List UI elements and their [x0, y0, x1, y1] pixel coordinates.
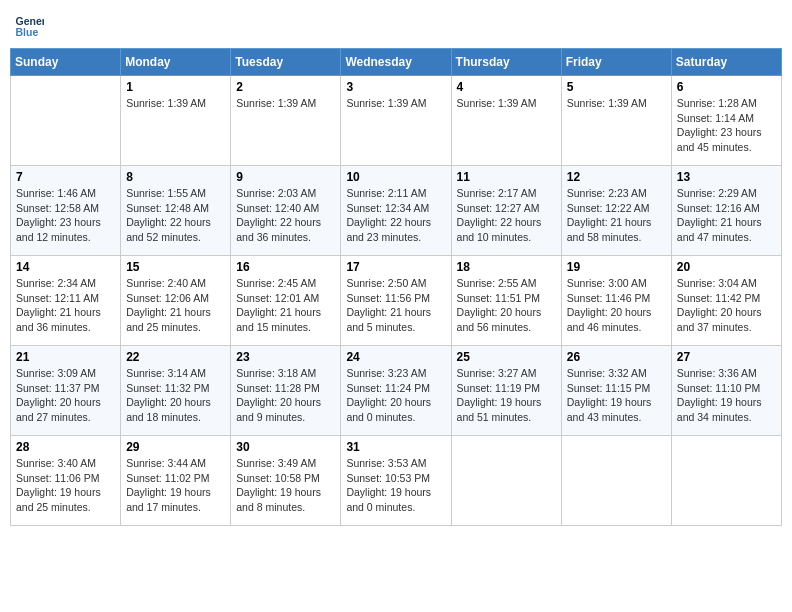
day-info: Sunrise: 2:29 AM Sunset: 12:16 AM Daylig… [677, 186, 776, 245]
day-info: Sunrise: 3:23 AM Sunset: 11:24 PM Daylig… [346, 366, 445, 425]
day-info: Sunrise: 1:39 AM [457, 96, 556, 111]
calendar-cell: 13Sunrise: 2:29 AM Sunset: 12:16 AM Dayl… [671, 166, 781, 256]
day-number: 31 [346, 440, 445, 454]
calendar-cell: 21Sunrise: 3:09 AM Sunset: 11:37 PM Dayl… [11, 346, 121, 436]
day-info: Sunrise: 3:04 AM Sunset: 11:42 PM Daylig… [677, 276, 776, 335]
calendar-cell: 15Sunrise: 2:40 AM Sunset: 12:06 AM Dayl… [121, 256, 231, 346]
day-number: 25 [457, 350, 556, 364]
day-number: 17 [346, 260, 445, 274]
weekday-header-friday: Friday [561, 49, 671, 76]
day-info: Sunrise: 2:40 AM Sunset: 12:06 AM Daylig… [126, 276, 225, 335]
svg-text:Blue: Blue [16, 26, 39, 38]
day-info: Sunrise: 2:34 AM Sunset: 12:11 AM Daylig… [16, 276, 115, 335]
calendar-cell: 27Sunrise: 3:36 AM Sunset: 11:10 PM Dayl… [671, 346, 781, 436]
week-row-5: 28Sunrise: 3:40 AM Sunset: 11:06 PM Dayl… [11, 436, 782, 526]
day-info: Sunrise: 2:17 AM Sunset: 12:27 AM Daylig… [457, 186, 556, 245]
calendar-cell: 1Sunrise: 1:39 AM [121, 76, 231, 166]
day-number: 6 [677, 80, 776, 94]
day-info: Sunrise: 2:55 AM Sunset: 11:51 PM Daylig… [457, 276, 556, 335]
day-number: 15 [126, 260, 225, 274]
calendar-cell [11, 76, 121, 166]
day-info: Sunrise: 2:11 AM Sunset: 12:34 AM Daylig… [346, 186, 445, 245]
day-info: Sunrise: 2:45 AM Sunset: 12:01 AM Daylig… [236, 276, 335, 335]
calendar-cell: 8Sunrise: 1:55 AM Sunset: 12:48 AM Dayli… [121, 166, 231, 256]
calendar-cell: 10Sunrise: 2:11 AM Sunset: 12:34 AM Dayl… [341, 166, 451, 256]
day-number: 11 [457, 170, 556, 184]
calendar-cell: 23Sunrise: 3:18 AM Sunset: 11:28 PM Dayl… [231, 346, 341, 436]
day-number: 10 [346, 170, 445, 184]
day-number: 5 [567, 80, 666, 94]
day-number: 22 [126, 350, 225, 364]
day-number: 21 [16, 350, 115, 364]
calendar-cell: 7Sunrise: 1:46 AM Sunset: 12:58 AM Dayli… [11, 166, 121, 256]
calendar-cell: 14Sunrise: 2:34 AM Sunset: 12:11 AM Dayl… [11, 256, 121, 346]
day-number: 12 [567, 170, 666, 184]
calendar-cell: 6Sunrise: 1:28 AM Sunset: 1:14 AM Daylig… [671, 76, 781, 166]
calendar-cell: 11Sunrise: 2:17 AM Sunset: 12:27 AM Dayl… [451, 166, 561, 256]
week-row-1: 1Sunrise: 1:39 AM2Sunrise: 1:39 AM3Sunri… [11, 76, 782, 166]
logo: General Blue [14, 10, 48, 40]
day-info: Sunrise: 1:39 AM [346, 96, 445, 111]
calendar-cell [561, 436, 671, 526]
day-number: 26 [567, 350, 666, 364]
weekday-header-wednesday: Wednesday [341, 49, 451, 76]
day-info: Sunrise: 3:36 AM Sunset: 11:10 PM Daylig… [677, 366, 776, 425]
day-info: Sunrise: 3:32 AM Sunset: 11:15 PM Daylig… [567, 366, 666, 425]
page-header: General Blue [10, 10, 782, 40]
day-number: 23 [236, 350, 335, 364]
day-info: Sunrise: 3:49 AM Sunset: 10:58 PM Daylig… [236, 456, 335, 515]
day-info: Sunrise: 1:55 AM Sunset: 12:48 AM Daylig… [126, 186, 225, 245]
day-info: Sunrise: 3:27 AM Sunset: 11:19 PM Daylig… [457, 366, 556, 425]
day-info: Sunrise: 3:14 AM Sunset: 11:32 PM Daylig… [126, 366, 225, 425]
day-number: 1 [126, 80, 225, 94]
calendar-cell: 5Sunrise: 1:39 AM [561, 76, 671, 166]
day-number: 14 [16, 260, 115, 274]
day-number: 30 [236, 440, 335, 454]
calendar-cell: 20Sunrise: 3:04 AM Sunset: 11:42 PM Dayl… [671, 256, 781, 346]
logo-icon: General Blue [14, 10, 44, 40]
day-info: Sunrise: 3:00 AM Sunset: 11:46 PM Daylig… [567, 276, 666, 335]
day-info: Sunrise: 3:53 AM Sunset: 10:53 PM Daylig… [346, 456, 445, 515]
week-row-4: 21Sunrise: 3:09 AM Sunset: 11:37 PM Dayl… [11, 346, 782, 436]
calendar-cell: 16Sunrise: 2:45 AM Sunset: 12:01 AM Dayl… [231, 256, 341, 346]
calendar-cell: 31Sunrise: 3:53 AM Sunset: 10:53 PM Dayl… [341, 436, 451, 526]
day-number: 3 [346, 80, 445, 94]
calendar-cell: 17Sunrise: 2:50 AM Sunset: 11:56 PM Dayl… [341, 256, 451, 346]
calendar-cell [671, 436, 781, 526]
calendar-cell: 18Sunrise: 2:55 AM Sunset: 11:51 PM Dayl… [451, 256, 561, 346]
day-info: Sunrise: 2:23 AM Sunset: 12:22 AM Daylig… [567, 186, 666, 245]
day-number: 24 [346, 350, 445, 364]
calendar-cell: 9Sunrise: 2:03 AM Sunset: 12:40 AM Dayli… [231, 166, 341, 256]
week-row-3: 14Sunrise: 2:34 AM Sunset: 12:11 AM Dayl… [11, 256, 782, 346]
day-number: 8 [126, 170, 225, 184]
day-info: Sunrise: 3:44 AM Sunset: 11:02 PM Daylig… [126, 456, 225, 515]
weekday-header-row: SundayMondayTuesdayWednesdayThursdayFrid… [11, 49, 782, 76]
calendar-cell: 30Sunrise: 3:49 AM Sunset: 10:58 PM Dayl… [231, 436, 341, 526]
day-info: Sunrise: 1:46 AM Sunset: 12:58 AM Daylig… [16, 186, 115, 245]
day-number: 13 [677, 170, 776, 184]
calendar-cell: 22Sunrise: 3:14 AM Sunset: 11:32 PM Dayl… [121, 346, 231, 436]
day-info: Sunrise: 3:18 AM Sunset: 11:28 PM Daylig… [236, 366, 335, 425]
day-number: 18 [457, 260, 556, 274]
weekday-header-thursday: Thursday [451, 49, 561, 76]
day-info: Sunrise: 1:39 AM [126, 96, 225, 111]
calendar-cell: 12Sunrise: 2:23 AM Sunset: 12:22 AM Dayl… [561, 166, 671, 256]
day-number: 4 [457, 80, 556, 94]
day-info: Sunrise: 1:28 AM Sunset: 1:14 AM Dayligh… [677, 96, 776, 155]
calendar-cell: 24Sunrise: 3:23 AM Sunset: 11:24 PM Dayl… [341, 346, 451, 436]
day-number: 2 [236, 80, 335, 94]
weekday-header-tuesday: Tuesday [231, 49, 341, 76]
day-info: Sunrise: 1:39 AM [236, 96, 335, 111]
day-info: Sunrise: 1:39 AM [567, 96, 666, 111]
day-number: 27 [677, 350, 776, 364]
calendar-cell: 4Sunrise: 1:39 AM [451, 76, 561, 166]
weekday-header-sunday: Sunday [11, 49, 121, 76]
day-number: 19 [567, 260, 666, 274]
calendar-cell: 19Sunrise: 3:00 AM Sunset: 11:46 PM Dayl… [561, 256, 671, 346]
calendar-cell: 25Sunrise: 3:27 AM Sunset: 11:19 PM Dayl… [451, 346, 561, 436]
calendar-table: SundayMondayTuesdayWednesdayThursdayFrid… [10, 48, 782, 526]
calendar-cell [451, 436, 561, 526]
day-number: 7 [16, 170, 115, 184]
calendar-cell: 2Sunrise: 1:39 AM [231, 76, 341, 166]
day-info: Sunrise: 3:09 AM Sunset: 11:37 PM Daylig… [16, 366, 115, 425]
